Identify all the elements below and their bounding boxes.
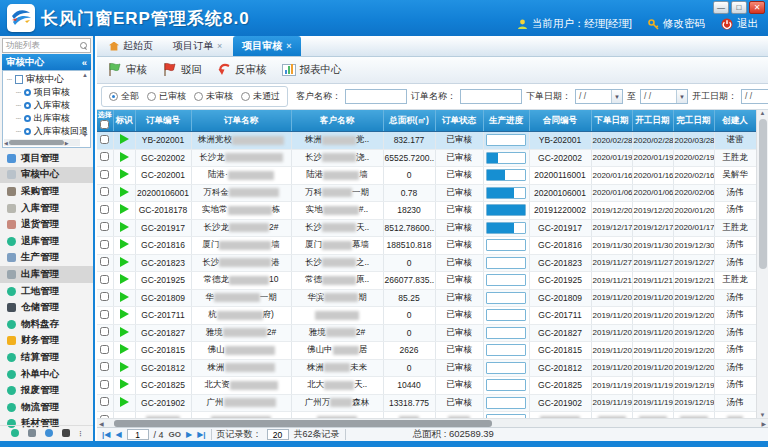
tree-root[interactable]: ┄ 审核中心 xyxy=(7,73,90,86)
row-checkbox[interactable] xyxy=(100,292,109,301)
go-button[interactable]: GO xyxy=(169,430,181,439)
table-row[interactable]: GC-201925常德龙10常德原..266077.835..已审核GC-201… xyxy=(97,272,756,290)
tab-start-page[interactable]: 起始页 xyxy=(100,36,162,56)
sidebar-item-项目管理[interactable]: 项目管理 xyxy=(0,150,93,167)
scroll-thumb[interactable] xyxy=(9,140,64,145)
row-select-cell[interactable] xyxy=(97,377,113,395)
row-select-cell[interactable] xyxy=(97,289,113,307)
sidebar-item-生产管理[interactable]: 生产管理 xyxy=(0,250,93,267)
row-checkbox[interactable] xyxy=(100,222,109,231)
minimize-button[interactable]: — xyxy=(713,1,729,14)
sidebar-item-出库管理[interactable]: 出库管理 xyxy=(0,266,93,283)
sidebar-item-工地管理[interactable]: 工地管理 xyxy=(0,283,93,300)
table-row[interactable]: 20200106001万科金万科一期0.78已审核202001060012020… xyxy=(97,184,756,202)
page-number-input[interactable] xyxy=(127,429,149,440)
column-header-开工日期[interactable]: 开工日期 xyxy=(632,110,673,132)
row-select-cell[interactable] xyxy=(97,342,113,360)
table-row[interactable]: GC-201816厦门墙厦门幕墙188510.818已审核GC-20181620… xyxy=(97,237,756,255)
scroll-right-icon[interactable]: ▶ xyxy=(761,420,766,427)
row-select-cell[interactable] xyxy=(97,324,113,342)
table-row[interactable]: GC-202002长沙龙长沙浇..65525.7200..已审核GC-20200… xyxy=(97,149,756,167)
table-row[interactable]: YB-202001株洲党校株洲党..832.177已审核YB-202001202… xyxy=(97,132,756,150)
report-center-button[interactable]: 报表中心 xyxy=(282,63,342,77)
table-row[interactable]: GC-201827雅境2#雅境2#0已审核GC-2018272019/11/20… xyxy=(97,324,756,342)
table-row[interactable]: GC-201823长沙港长沙之..0已审核GC-2018232019/11/27… xyxy=(97,254,756,272)
book-icon[interactable] xyxy=(62,429,70,437)
order-date-end-picker[interactable]: / /▼ xyxy=(640,89,688,104)
row-select-cell[interactable] xyxy=(97,149,113,167)
row-checkbox[interactable] xyxy=(100,257,109,266)
row-select-cell[interactable] xyxy=(97,412,113,419)
column-header-创建人[interactable]: 创建人 xyxy=(714,110,756,132)
tree-item-项目审核[interactable]: ┄项目审核 xyxy=(16,86,90,99)
column-header-客户名称[interactable]: 客户名称 xyxy=(291,110,383,132)
scroll-left-icon[interactable]: ◀ xyxy=(99,420,104,427)
table-vertical-scrollbar[interactable]: ▲ ▼ xyxy=(756,110,768,418)
table-row[interactable]: GC-201711杭府)0已审核GC-2017112019/11/202019/… xyxy=(97,307,756,325)
row-checkbox[interactable] xyxy=(100,170,109,179)
table-horizontal-scrollbar[interactable]: ◀ ▶ xyxy=(97,418,768,427)
sidebar-item-退库管理[interactable]: 退库管理 xyxy=(0,233,93,250)
sidebar-item-物流管理[interactable]: 物流管理 xyxy=(0,399,93,416)
row-select-cell[interactable] xyxy=(97,272,113,290)
row-checkbox[interactable] xyxy=(100,310,109,319)
row-select-cell[interactable] xyxy=(97,254,113,272)
sidebar-item-退货管理[interactable]: 退货管理 xyxy=(0,216,93,233)
dropdown-icon[interactable]: ▼ xyxy=(611,90,622,103)
row-checkbox[interactable] xyxy=(100,187,109,196)
tree-item-入库审核[interactable]: ┄入库审核 xyxy=(16,99,90,112)
table-row[interactable]: GC-201812株洲株洲未来0已审核GC-2018122019/11/2020… xyxy=(97,359,756,377)
row-checkbox[interactable] xyxy=(100,135,109,144)
row-select-cell[interactable] xyxy=(97,167,113,185)
column-header-标识[interactable]: 标识 xyxy=(113,110,135,132)
start-date-picker[interactable]: / /▼ xyxy=(741,89,768,104)
table-row[interactable]: GC-201902广州广州万森林13318.775已审核GC-201902201… xyxy=(97,394,756,412)
collapse-panel-icon[interactable]: « xyxy=(82,57,87,68)
audit-button[interactable]: 审核 xyxy=(107,62,147,79)
row-checkbox[interactable] xyxy=(100,345,109,354)
column-header-完工日期[interactable]: 完工日期 xyxy=(673,110,714,132)
radio-已审核[interactable]: 已审核 xyxy=(147,90,186,103)
sidebar-item-结算管理[interactable]: 结算管理 xyxy=(0,349,93,366)
sidebar-item-仓储管理[interactable]: 仓储管理 xyxy=(0,299,93,316)
sidebar-item-入库管理[interactable]: 入库管理 xyxy=(0,200,93,217)
column-header-选择[interactable]: 选择 xyxy=(97,110,113,132)
radio-全部[interactable]: 全部 xyxy=(109,90,139,103)
row-select-cell[interactable] xyxy=(97,219,113,237)
function-search-input[interactable]: 功能列表 xyxy=(2,38,91,53)
page-size-input[interactable] xyxy=(267,429,289,440)
change-password-button[interactable]: 修改密码 xyxy=(648,17,705,31)
row-select-cell[interactable] xyxy=(97,202,113,220)
sidebar-item-补单中心[interactable]: 补单中心 xyxy=(0,366,93,383)
more-dots-icon[interactable]: ⁝ xyxy=(79,428,82,438)
row-checkbox[interactable] xyxy=(100,397,109,406)
select-all-checkbox[interactable] xyxy=(100,120,109,129)
tree-item-出库审核[interactable]: ┄出库审核 xyxy=(16,112,90,125)
row-checkbox[interactable] xyxy=(100,152,109,161)
tree-item-入库审核回退[interactable]: ┄入库审核回退 xyxy=(16,125,90,138)
table-row[interactable]: GC-201825北大资北大天..10440已审核GC-2018252019/1… xyxy=(97,377,756,395)
order-date-picker[interactable]: / /▼ xyxy=(575,89,623,104)
row-select-cell[interactable] xyxy=(97,184,113,202)
column-header-订单编号[interactable]: 订单编号 xyxy=(135,110,191,132)
tree-horizontal-scrollbar[interactable]: ◀ ▶ xyxy=(4,139,80,146)
close-tab-icon[interactable]: × xyxy=(286,41,291,51)
row-checkbox[interactable] xyxy=(100,380,109,389)
column-header-生产进度[interactable]: 生产进度 xyxy=(483,110,529,132)
next-page-button[interactable]: ▶ xyxy=(186,430,192,439)
row-select-cell[interactable] xyxy=(97,132,113,150)
column-header-合同编号[interactable]: 合同编号 xyxy=(529,110,591,132)
table-row[interactable]: GC-202001陆港·陆港墙0已审核202001160012020/01/16… xyxy=(97,167,756,185)
cart-icon[interactable] xyxy=(28,429,36,437)
dropdown-icon[interactable]: ▼ xyxy=(676,90,687,103)
row-checkbox[interactable] xyxy=(100,362,109,371)
sidebar-item-报废管理[interactable]: 报废管理 xyxy=(0,382,93,399)
row-select-cell[interactable] xyxy=(97,359,113,377)
column-header-订单状态[interactable]: 订单状态 xyxy=(435,110,483,132)
customer-name-input[interactable] xyxy=(345,89,407,104)
order-name-input[interactable] xyxy=(460,89,522,104)
table-row[interactable] xyxy=(97,412,756,419)
sidebar-item-财务管理[interactable]: 财务管理 xyxy=(0,333,93,350)
sidebar-item-审核中心[interactable]: 审核中心 xyxy=(0,167,93,184)
tab-project-audit[interactable]: 项目审核× xyxy=(233,36,300,56)
